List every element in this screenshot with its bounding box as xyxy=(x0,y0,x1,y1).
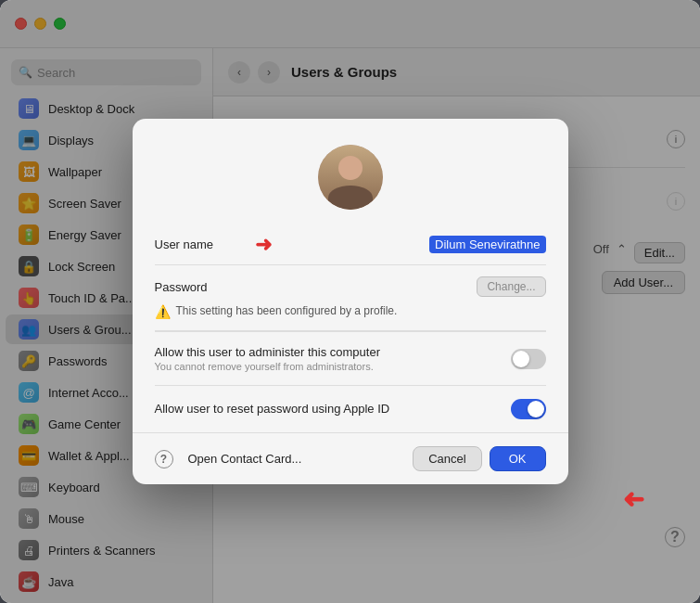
reset-password-toggle-row: Allow user to reset password using Apple… xyxy=(155,386,546,432)
admin-toggle-row: Allow this user to administer this compu… xyxy=(155,332,546,386)
password-section: Password Change... ⚠️ This setting has b… xyxy=(155,265,546,332)
username-row: User name ➜ Dilum Senevirathne xyxy=(155,225,546,265)
reset-toggle-knob xyxy=(528,401,544,417)
warning-icon: ⚠️ xyxy=(155,304,171,319)
warning-text: This setting has been configured by a pr… xyxy=(176,304,398,317)
user-edit-modal: User name ➜ Dilum Senevirathne Password … xyxy=(133,119,568,484)
password-row: Password Change... xyxy=(155,265,546,301)
open-contact-card-button[interactable]: Open Contact Card... xyxy=(181,448,310,469)
admin-toggle-title: Allow this user to administer this compu… xyxy=(155,345,380,359)
modal-footer: ? Open Contact Card... Cancel OK xyxy=(133,432,568,484)
modal-help-button[interactable]: ? xyxy=(155,450,173,468)
admin-toggle[interactable] xyxy=(511,349,546,369)
admin-toggle-labels: Allow this user to administer this compu… xyxy=(155,345,380,372)
reset-toggle-title: Allow user to reset password using Apple… xyxy=(155,402,390,416)
password-value-container: Change... xyxy=(266,276,546,297)
change-password-button[interactable]: Change... xyxy=(477,276,545,297)
username-value: Dilum Senevirathne xyxy=(429,236,545,253)
reset-password-toggle[interactable] xyxy=(511,399,546,419)
password-label: Password xyxy=(155,280,266,294)
modal-avatar-section xyxy=(133,119,568,225)
username-value-container: Dilum Senevirathne xyxy=(266,236,546,253)
main-window: 🔍 Search 🖥 Desktop & Dock 💻 Displays 🖼 W… xyxy=(0,0,700,603)
admin-toggle-subtitle: You cannot remove yourself from administ… xyxy=(155,361,380,372)
admin-toggle-container: Allow this user to administer this compu… xyxy=(155,345,546,372)
reset-toggle-container: Allow user to reset password using Apple… xyxy=(155,399,546,419)
username-label: User name xyxy=(155,237,266,251)
arrow-to-ok-icon: ➜ xyxy=(623,485,644,516)
modal-overlay: ➜ User name ➜ Dilum Senevir xyxy=(0,0,700,603)
modal-avatar[interactable] xyxy=(318,145,383,210)
cancel-button[interactable]: Cancel xyxy=(413,446,481,471)
reset-toggle-labels: Allow user to reset password using Apple… xyxy=(155,402,390,417)
password-warning: ⚠️ This setting has been configured by a… xyxy=(155,301,546,331)
ok-button[interactable]: OK xyxy=(490,446,546,471)
admin-toggle-knob xyxy=(513,351,529,367)
modal-content: User name ➜ Dilum Senevirathne Password … xyxy=(133,225,568,432)
